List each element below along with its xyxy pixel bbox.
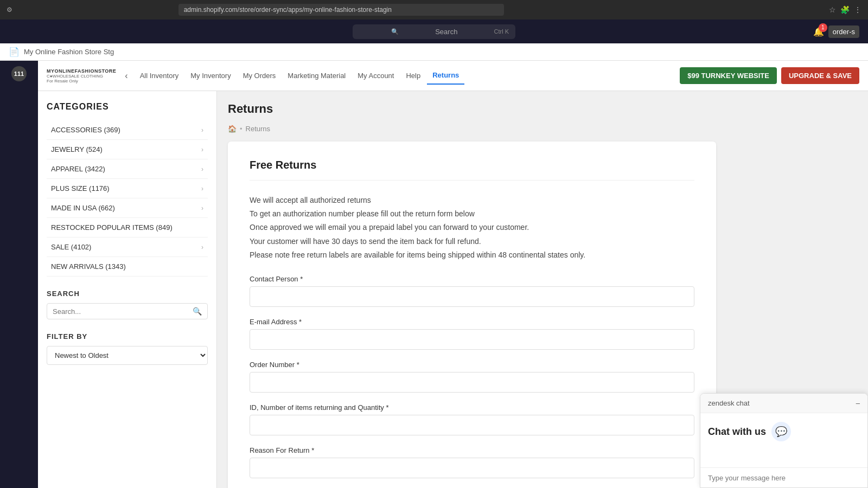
chat-title-text: Chat with us [708,426,766,438]
nav-marketing[interactable]: Marketing Material [282,67,351,84]
shopify-sidebar: 111 [0,61,38,488]
store-header-bar: 📄 My Online Fashion Store Stg [0,43,868,61]
cat-label-accessories: ACCESSORIES (369) [51,126,120,134]
chat-footer[interactable] [700,467,867,487]
notification-bell[interactable]: 🔔 1 [813,27,824,37]
cat-item-newarrivals[interactable]: NEW ARRIVALS (1343) [47,257,208,277]
chat-widget: zendesk chat – Chat with us 💬 [700,393,868,488]
reason-return-input[interactable] [250,458,694,478]
filter-section: FILTER BY Newest to OldestOldest to Newe… [47,332,208,365]
order-number-group: Order Number * [250,361,694,393]
chevron-right-icon: › [201,204,203,212]
store-icon: 📄 [9,47,20,57]
order-number-label: Order Number * [250,361,694,369]
shopify-sidebar-num: 111 [11,66,27,81]
search-icon: 🔍 [193,307,202,316]
nav-account[interactable]: My Account [352,67,399,84]
nav-all-inventory[interactable]: All Inventory [135,67,184,84]
chat-header-label: zendesk chat [708,399,750,407]
chat-message-input[interactable] [708,474,860,482]
form-info-text: We will accept all authorized returns To… [250,194,694,262]
cat-label-apparel: APPAREL (3422) [51,165,105,173]
cat-item-madeusa[interactable]: MADE IN USA (662) › [47,198,208,218]
nav-returns[interactable]: Returns [427,67,464,85]
contact-person-label: Contact Person * [250,275,694,283]
email-address-label: E-mail Address * [250,318,694,326]
contact-person-group: Contact Person * [250,275,694,307]
chevron-right-icon: › [201,126,203,134]
search-section-title: SEARCH [47,290,208,298]
nav-my-inventory[interactable]: My Inventory [185,67,236,84]
breadcrumb: 🏠 • Returns [228,125,857,133]
store-header-name: My Online Fashion Store Stg [24,48,114,56]
cat-label-plussize: PLUS SIZE (1176) [51,184,110,192]
chat-body: Chat with us 💬 [700,413,867,467]
sidebar-search-input[interactable] [53,307,189,316]
turnkey-website-button[interactable]: $99 TURNKEY WEBSITE [680,67,777,84]
email-address-input[interactable] [250,329,694,350]
chat-with-us-label: Chat with us 💬 [708,422,860,441]
page-header: Returns [228,102,857,116]
store-label[interactable]: order-s [828,25,859,38]
url-bar[interactable]: admin.shopify.com/store/order-sync/apps/… [178,4,504,16]
info-line-5: Please note free return labels are avail… [250,248,694,262]
logo-line2: C●WHOLESALE CLOTHING [47,74,116,79]
browser-tab-icon: ⚙ [7,6,12,14]
categories-title: CATEGORIES [47,102,208,112]
items-returning-label: ID, Number of items returning and Quanti… [250,403,694,412]
cat-item-jewelry[interactable]: JEWELRY (524) › [47,140,208,159]
reason-return-group: Reason For Return * [250,446,694,478]
order-number-input[interactable] [250,372,694,393]
shopify-topbar: 🔍 Search Ctrl K 🔔 1 order-s [0,20,868,43]
app-logo: MYONLINEFASHIONSTORE C●WHOLESALE CLOTHIN… [47,68,116,84]
nav-my-orders[interactable]: My Orders [238,67,282,84]
topbar-right: 🔔 1 order-s [813,25,859,38]
cat-item-restocked[interactable]: RESTOCKED POPULAR ITEMS (849) [47,218,208,237]
main-nav: All Inventory My Inventory My Orders Mar… [135,67,465,85]
returns-form-card: Free Returns We will accept all authoriz… [228,142,716,488]
cat-label-restocked: RESTOCKED POPULAR ITEMS (849) [51,223,173,232]
breadcrumb-current: Returns [246,125,271,133]
category-sidebar: CATEGORIES ACCESSORIES (369) › JEWELRY (… [38,91,217,488]
logo-line3: For Resale Only [47,79,116,84]
star-icon[interactable]: ☆ [829,5,836,14]
nav-help[interactable]: Help [400,67,426,84]
cat-item-sale[interactable]: SALE (4102) › [47,237,208,257]
chat-bubble-icon: 💬 [771,422,791,441]
browser-actions: ☆ 🧩 ⋮ [829,5,861,14]
global-search[interactable]: 🔍 Search Ctrl K [353,24,515,39]
upgrade-save-button[interactable]: UPGRADE & SAVE [781,67,859,84]
app-nav: MYONLINEFASHIONSTORE C●WHOLESALE CLOTHIN… [38,61,868,91]
form-card-title: Free Returns [250,159,694,181]
page-title: Returns [228,102,273,116]
cat-label-jewelry: JEWELRY (524) [51,145,103,153]
browser-chrome: ⚙ admin.shopify.com/store/order-sync/app… [0,0,868,20]
breadcrumb-home[interactable]: 🏠 [228,125,237,133]
items-returning-group: ID, Number of items returning and Quanti… [250,403,694,435]
search-icon: 🔍 [391,28,399,35]
notification-badge: 1 [819,23,827,32]
chat-header: zendesk chat – [700,394,867,413]
menu-icon[interactable]: ⋮ [854,5,861,14]
chat-minimize-icon[interactable]: – [856,399,860,407]
cat-item-plussize[interactable]: PLUS SIZE (1176) › [47,179,208,198]
info-line-4: Your customer will have 30 days to send … [250,235,694,248]
cat-item-accessories[interactable]: ACCESSORIES (369) › [47,120,208,140]
items-returning-input[interactable] [250,415,694,435]
logo-line1: MYONLINEFASHIONSTORE [47,68,116,74]
extensions-icon[interactable]: 🧩 [840,5,850,14]
email-address-group: E-mail Address * [250,318,694,350]
info-line-2: To get an authorization number please fi… [250,207,694,221]
breadcrumb-separator: • [240,125,242,133]
cat-item-apparel[interactable]: APPAREL (3422) › [47,159,208,179]
chevron-right-icon: › [201,243,203,251]
contact-person-input[interactable] [250,286,694,307]
cat-label-madeusa: MADE IN USA (662) [51,204,115,212]
filter-select[interactable]: Newest to OldestOldest to NewestPrice: L… [47,346,208,365]
chevron-right-icon: › [201,146,203,153]
nav-collapse-button[interactable]: ‹ [125,71,127,81]
nav-buttons: $99 TURNKEY WEBSITE UPGRADE & SAVE [680,67,859,84]
filter-title: FILTER BY [47,332,208,341]
info-line-1: We will accept all authorized returns [250,194,694,207]
chevron-right-icon: › [201,185,203,192]
